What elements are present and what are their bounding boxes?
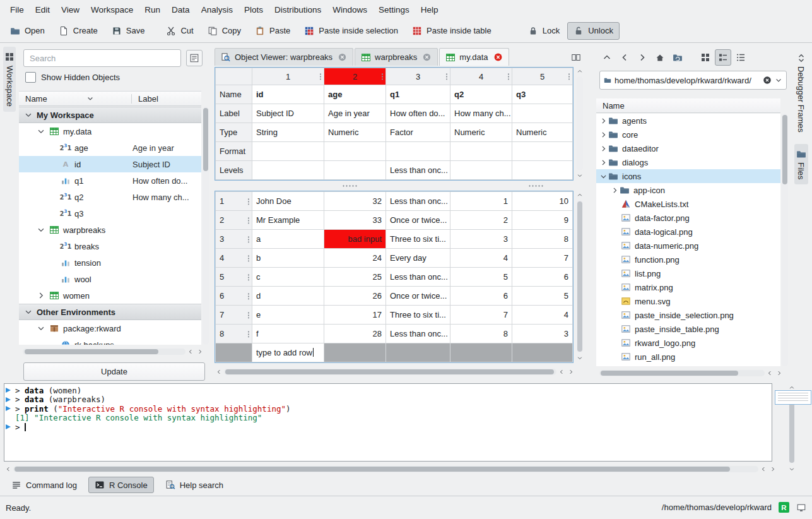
data-cell[interactable]: 4: [450, 249, 512, 268]
row-grip-icon[interactable]: [247, 217, 250, 224]
chevron-right-icon[interactable]: [37, 291, 45, 300]
data-cell[interactable]: 10: [512, 192, 573, 211]
file-item-paste-inside-table-png[interactable]: paste_inside_table.png: [596, 322, 780, 336]
data-cell[interactable]: 5: [512, 287, 573, 306]
scroll-left-button[interactable]: [215, 367, 223, 376]
close-tab-icon[interactable]: [338, 52, 347, 62]
row-grip-icon[interactable]: [247, 254, 250, 261]
chevron-right-icon[interactable]: [611, 186, 619, 194]
file-item-menu-svg[interactable]: menu.svg: [596, 294, 780, 308]
file-item-data-logical-png[interactable]: data-logical.png: [596, 225, 780, 239]
file-item-core[interactable]: core: [596, 128, 780, 141]
menu-help[interactable]: Help: [416, 3, 444, 17]
data-cell[interactable]: 1: [450, 192, 512, 211]
meta-cell[interactable]: Less than onc...: [386, 161, 450, 180]
data-cell[interactable]: 9: [512, 211, 573, 230]
row-header-3[interactable]: 3: [216, 230, 252, 249]
command-log-button[interactable]: Command log: [5, 477, 83, 493]
forward-button[interactable]: [634, 49, 650, 66]
data-cell[interactable]: 2: [450, 211, 512, 230]
files-vscrollbar[interactable]: [782, 114, 788, 366]
column-grip-icon[interactable]: [568, 73, 570, 80]
scrollbar-thumb[interactable]: [225, 369, 554, 374]
scroll-left-button[interactable]: [4, 465, 13, 474]
scrollbar-thumb[interactable]: [203, 108, 208, 171]
column-header-4[interactable]: 4: [450, 68, 512, 85]
file-item-cmakelists-txt[interactable]: CMakeLists.txt: [596, 197, 780, 211]
meta-cell[interactable]: [512, 161, 573, 180]
scrollbar-thumb[interactable]: [577, 201, 582, 352]
r-console-button[interactable]: R Console: [88, 477, 154, 493]
data-cell[interactable]: Once or twice...: [386, 287, 450, 306]
workspace-item-women[interactable]: women: [19, 287, 201, 304]
data-cell[interactable]: 32: [324, 192, 386, 211]
column-grip-icon[interactable]: [319, 73, 322, 80]
row-header-7[interactable]: 7: [216, 306, 252, 325]
meta-cell[interactable]: [324, 142, 386, 161]
data-cell[interactable]: Once or twice...: [386, 211, 450, 230]
scroll-left-button[interactable]: [557, 367, 566, 376]
row-header-4[interactable]: 4: [216, 249, 252, 268]
file-item-data-factor-png[interactable]: data-factor.png: [596, 211, 780, 225]
data-cell[interactable]: 8: [512, 230, 573, 249]
meta-cell[interactable]: [252, 161, 324, 180]
menu-data[interactable]: Data: [167, 3, 195, 17]
meta-cell[interactable]: Subject ID: [252, 104, 324, 123]
paste-inside-selection-button[interactable]: Paste inside selection: [298, 22, 404, 40]
menu-analysis[interactable]: Analysis: [196, 3, 238, 17]
console-line[interactable]: > print ("Interactive R console with syn…: [6, 404, 770, 414]
lock-button[interactable]: Lock: [522, 22, 566, 40]
console-line[interactable]: >: [6, 422, 770, 432]
data-cell[interactable]: Three to six ti...: [386, 230, 450, 249]
scrollbar-thumb[interactable]: [25, 349, 158, 354]
clear-path-icon[interactable]: [763, 76, 772, 85]
tree-view-button[interactable]: [715, 49, 731, 66]
combo-dropdown-icon[interactable]: [775, 76, 782, 84]
data-cell[interactable]: Less than onc...: [386, 192, 450, 211]
scrollbar-thumb[interactable]: [601, 371, 738, 376]
data-cell[interactable]: f: [252, 325, 324, 343]
menu-distributions[interactable]: Distributions: [269, 3, 326, 17]
row-header-8[interactable]: 8: [216, 325, 252, 343]
file-item-function-png[interactable]: function.png: [596, 253, 780, 266]
unlock-button[interactable]: Unlock: [567, 22, 620, 40]
menu-file[interactable]: File: [5, 3, 29, 17]
data-cell[interactable]: 7: [512, 249, 573, 268]
workspace-item-warpbreaks[interactable]: warpbreaks: [19, 222, 201, 238]
data-cell[interactable]: Less than onc...: [386, 268, 450, 287]
meta-cell[interactable]: Numeric: [324, 123, 386, 142]
workspace-item-id[interactable]: AidSubject ID: [19, 156, 201, 172]
workspace-item-q3[interactable]: 231q3: [19, 205, 201, 222]
column-header-5[interactable]: 5: [512, 68, 573, 85]
splitter-handle[interactable]: [528, 184, 544, 188]
menu-view[interactable]: View: [56, 3, 85, 17]
open-button[interactable]: Open: [4, 22, 51, 40]
scrollbar-thumb[interactable]: [15, 467, 730, 472]
row-grip-icon[interactable]: [247, 311, 250, 318]
chevron-right-icon[interactable]: [599, 145, 608, 153]
column-grip-icon[interactable]: [381, 73, 384, 80]
chevron-right-icon[interactable]: [599, 117, 608, 125]
row-grip-icon[interactable]: [247, 198, 250, 205]
column-header-1[interactable]: 1: [252, 68, 324, 85]
workspace-item-breaks[interactable]: 231breaks: [19, 238, 201, 254]
file-item-matrix-png[interactable]: matrix.png: [596, 280, 780, 294]
back-button[interactable]: [616, 49, 633, 66]
create-button[interactable]: Create: [52, 22, 104, 40]
chevron-down-icon[interactable]: [37, 324, 45, 333]
data-cell[interactable]: a: [252, 230, 324, 249]
workspace-item-package-rkward[interactable]: package:rkward: [19, 320, 201, 337]
data-cell[interactable]: 7: [450, 306, 512, 325]
file-item-agents[interactable]: agents: [596, 114, 780, 128]
chevron-right-icon[interactable]: [599, 131, 608, 139]
workspace-item-age[interactable]: 231ageAge in year: [19, 140, 201, 156]
split-view-button[interactable]: [568, 49, 584, 66]
scrollbar-track[interactable]: [13, 466, 758, 472]
dock-tab-debugger-frames[interactable]: Debugger Frames: [794, 48, 808, 138]
data-cell[interactable]: 6: [512, 268, 573, 287]
file-item-rkward-logo-png[interactable]: rkward_logo.png: [596, 336, 780, 350]
update-button[interactable]: Update: [23, 362, 205, 381]
close-tab-icon[interactable]: [422, 52, 432, 62]
splitter-handle[interactable]: [342, 184, 358, 188]
menu-settings[interactable]: Settings: [374, 3, 415, 17]
